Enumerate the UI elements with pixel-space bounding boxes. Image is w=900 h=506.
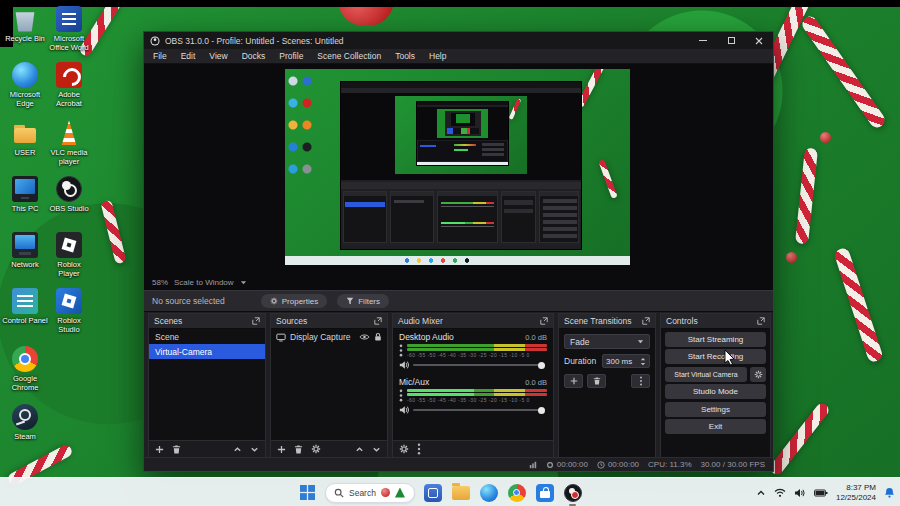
exit-button[interactable]: Exit: [665, 419, 766, 434]
minimize-button[interactable]: [689, 32, 717, 49]
studio-mode-button[interactable]: Studio Mode: [665, 384, 766, 399]
settings-button[interactable]: Settings: [665, 402, 766, 417]
close-button[interactable]: [745, 32, 773, 49]
taskbar-icon-task-view[interactable]: [422, 482, 443, 503]
mixer-header[interactable]: Audio Mixer: [393, 314, 553, 329]
remove-source-icon[interactable]: [294, 445, 303, 454]
add-scene-icon[interactable]: [155, 445, 164, 454]
taskbar-icon-store[interactable]: [534, 482, 555, 503]
add-transition-button[interactable]: [564, 374, 583, 388]
taskbar-icon-obs[interactable]: [562, 482, 583, 503]
volume-slider[interactable]: [413, 409, 545, 411]
desktop-icon-acrobat[interactable]: Adobe Acrobat: [46, 62, 92, 108]
menu-file[interactable]: File: [146, 51, 174, 61]
desktop-icon-roblox-studio[interactable]: Roblox Studio: [46, 288, 92, 334]
filters-button[interactable]: Filters: [337, 294, 389, 308]
popout-icon[interactable]: [642, 317, 650, 325]
duration-spinbox[interactable]: 300 ms: [602, 354, 650, 368]
transition-properties-button[interactable]: [631, 374, 650, 388]
desktop-icon-recycle-bin[interactable]: Recycle Bin: [2, 6, 48, 43]
scene-item-selected[interactable]: Virtual-Camera: [149, 344, 265, 359]
volume-icon[interactable]: [794, 488, 806, 498]
controls-header[interactable]: Controls: [661, 314, 770, 329]
move-up-icon[interactable]: [355, 445, 364, 454]
menu-profile[interactable]: Profile: [272, 51, 310, 61]
popout-icon[interactable]: [374, 317, 382, 325]
speaker-icon[interactable]: [399, 405, 409, 415]
sources-header[interactable]: Sources: [271, 314, 387, 329]
start-button[interactable]: [297, 482, 318, 503]
scenes-header[interactable]: Scenes: [149, 314, 265, 329]
taskbar-clock[interactable]: 8:37 PM 12/25/2024: [836, 483, 876, 503]
add-source-icon[interactable]: [277, 445, 286, 454]
menu-tools[interactable]: Tools: [388, 51, 422, 61]
channel-menu-dots-icon[interactable]: [399, 389, 403, 402]
preview-zoom-value[interactable]: 58%: [152, 278, 168, 287]
start-virtual-camera-button[interactable]: Start Virtual Camera: [665, 367, 747, 382]
remove-scene-icon[interactable]: [172, 445, 181, 454]
desktop-icon-roblox-player[interactable]: Roblox Player: [46, 232, 92, 278]
spin-up-icon[interactable]: [640, 357, 646, 361]
search-box[interactable]: Search: [325, 483, 415, 503]
menu-docks[interactable]: Docks: [235, 51, 273, 61]
volume-slider-knob[interactable]: [538, 407, 545, 414]
volume-slider-knob[interactable]: [538, 362, 545, 369]
mixer-menu-dots-icon[interactable]: [417, 443, 421, 455]
source-item[interactable]: Display Capture: [271, 329, 387, 345]
preview-canvas[interactable]: [285, 69, 630, 265]
desktop: Recycle Bin Microsoft Edge USER This PC …: [0, 0, 900, 506]
filters-label: Filters: [358, 297, 380, 306]
desktop-icon-this-pc[interactable]: This PC: [2, 176, 48, 213]
desktop-icon-network[interactable]: Network: [2, 232, 48, 269]
taskbar-icon-file-explorer[interactable]: [450, 482, 471, 503]
lock-icon[interactable]: [374, 332, 382, 342]
maximize-button[interactable]: [717, 32, 745, 49]
move-down-icon[interactable]: [372, 445, 381, 454]
mixer-settings-gear-icon[interactable]: [399, 444, 409, 454]
desktop-icon-edge[interactable]: Microsoft Edge: [2, 62, 48, 108]
desktop-icon-vlc[interactable]: VLC media player: [46, 120, 92, 166]
menu-view[interactable]: View: [202, 51, 234, 61]
properties-label: Properties: [282, 297, 318, 306]
transition-select[interactable]: Fade: [564, 334, 650, 349]
menu-edit[interactable]: Edit: [174, 51, 203, 61]
speaker-icon[interactable]: [399, 360, 409, 370]
scene-item[interactable]: Scene: [149, 329, 265, 344]
spin-down-icon[interactable]: [640, 362, 646, 366]
desktop-icon-user-folder[interactable]: USER: [2, 120, 48, 157]
taskbar-icon-chrome[interactable]: [506, 482, 527, 503]
visibility-eye-icon[interactable]: [359, 333, 370, 341]
desktop-icon-word[interactable]: Microsoft Office Word: [46, 6, 92, 52]
chevron-down-icon[interactable]: [240, 279, 247, 286]
wifi-icon[interactable]: [774, 488, 786, 498]
taskbar-icon-edge[interactable]: [478, 482, 499, 503]
desktop-icon-obs[interactable]: OBS Studio: [46, 176, 92, 213]
popout-icon[interactable]: [252, 317, 260, 325]
source-properties-gear-icon[interactable]: [311, 444, 321, 454]
menu-help[interactable]: Help: [422, 51, 453, 61]
popout-icon[interactable]: [757, 317, 765, 325]
volume-slider[interactable]: [413, 364, 545, 366]
desktop-icon-steam[interactable]: Steam: [2, 404, 48, 441]
tray-chevron-up-icon[interactable]: [756, 489, 766, 497]
channel-menu-dots-icon[interactable]: [399, 344, 403, 357]
battery-icon[interactable]: [814, 489, 828, 497]
start-recording-button[interactable]: Start Recording: [665, 349, 766, 364]
move-down-icon[interactable]: [250, 445, 259, 454]
popout-icon[interactable]: [540, 317, 548, 325]
properties-button[interactable]: Properties: [261, 294, 327, 308]
preview-scale-mode[interactable]: Scale to Window: [174, 278, 234, 287]
task-view-icon: [424, 484, 442, 502]
virtual-camera-config-button[interactable]: [750, 367, 766, 382]
remove-transition-button[interactable]: [587, 374, 606, 388]
title-bar[interactable]: OBS 31.0.0 - Profile: Untitled - Scenes:…: [144, 32, 773, 49]
transitions-header[interactable]: Scene Transitions: [559, 314, 655, 329]
menu-scene-collection[interactable]: Scene Collection: [310, 51, 388, 61]
desktop-icon-chrome[interactable]: Google Chrome: [2, 346, 48, 392]
move-up-icon[interactable]: [233, 445, 242, 454]
start-streaming-button[interactable]: Start Streaming: [665, 332, 766, 347]
notification-bell-icon[interactable]: [884, 487, 895, 498]
preview-mini-window-3: [445, 111, 481, 136]
search-label: Search: [349, 488, 376, 498]
desktop-icon-control-panel[interactable]: Control Panel: [2, 288, 48, 325]
